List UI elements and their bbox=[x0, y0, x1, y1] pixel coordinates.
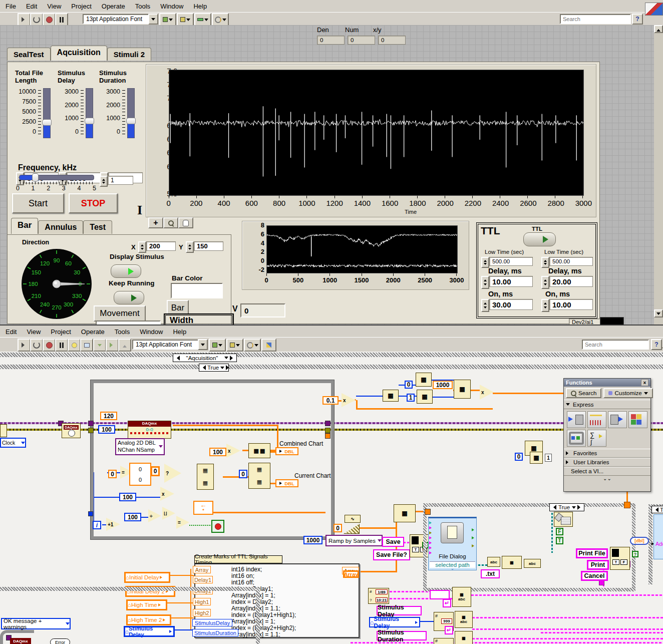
concatenate-strings-node[interactable]: ▦abc bbox=[455, 611, 473, 628]
index-array-node[interactable]: ▦▦ bbox=[248, 463, 270, 489]
case-selector-true-right[interactable]: Tru bbox=[651, 506, 663, 513]
constant-100[interactable]: 100 bbox=[98, 425, 115, 434]
constant-1000-samples[interactable]: 1000 bbox=[303, 536, 322, 544]
slider-track[interactable] bbox=[86, 88, 93, 138]
font-dropdown-arrow[interactable] bbox=[198, 339, 208, 350]
palette-expand-chevron[interactable]: ⌄⌄ bbox=[564, 476, 650, 481]
formula-input-stimulusdelay[interactable]: StimulusDelay bbox=[192, 619, 232, 626]
tab-acquisition[interactable]: Aqcuisition bbox=[51, 46, 107, 61]
indicator-value[interactable]: 0 bbox=[317, 36, 345, 45]
menu-item[interactable]: File bbox=[1, 1, 21, 12]
spinner[interactable] bbox=[186, 241, 194, 253]
array-size-node[interactable]: ▦ bbox=[383, 390, 399, 402]
string-node[interactable]: abc bbox=[524, 559, 541, 568]
menu-item[interactable]: Project bbox=[67, 1, 96, 12]
palette-titlebar[interactable]: Functions× bbox=[564, 379, 650, 387]
abort-button[interactable] bbox=[43, 13, 56, 26]
error-ring[interactable]: Error bbox=[50, 638, 70, 644]
search-box[interactable] bbox=[560, 14, 631, 24]
constant-1[interactable]: 1 bbox=[407, 394, 415, 402]
plot-area[interactable] bbox=[169, 70, 584, 196]
scroll-down-button[interactable] bbox=[654, 309, 663, 317]
combined-chart-terminal[interactable]: DBL bbox=[275, 447, 298, 455]
constant-0[interactable]: 0 bbox=[405, 381, 413, 389]
help-button[interactable]: ? bbox=[651, 339, 662, 350]
menu-item[interactable]: Operate bbox=[77, 327, 109, 337]
keep-running-toggle[interactable] bbox=[114, 291, 144, 304]
indicator-value[interactable]: 0 bbox=[348, 36, 375, 45]
constant-100[interactable]: 100 bbox=[119, 493, 136, 501]
index-array-node[interactable]: ▦ bbox=[416, 373, 432, 387]
align-objects-button[interactable] bbox=[209, 339, 226, 352]
menu-item[interactable]: Operate bbox=[97, 1, 130, 12]
print-local[interactable]: Print bbox=[587, 560, 609, 570]
format-datetime-node[interactable]: 1/89 # ? 10:21 bbox=[368, 588, 389, 604]
slider-track[interactable] bbox=[43, 88, 51, 138]
zoom-tool-button[interactable] bbox=[163, 217, 178, 228]
build-array-node[interactable]: ▦ bbox=[394, 504, 416, 522]
run-continuous-button[interactable] bbox=[30, 13, 43, 26]
low-time-value-2[interactable]: 500.00 bbox=[549, 257, 593, 266]
slider-thumb[interactable] bbox=[126, 118, 136, 124]
concatenate-strings-node[interactable]: ▦abc bbox=[452, 587, 471, 607]
palette-search-button[interactable]: Search bbox=[566, 388, 601, 398]
manipulation-palette-icon[interactable] bbox=[628, 411, 647, 428]
empty-string-constant[interactable] bbox=[430, 590, 450, 599]
express-vi-partial[interactable] bbox=[653, 514, 663, 559]
menu-item[interactable]: View bbox=[22, 327, 45, 337]
menu-item[interactable]: Help bbox=[168, 327, 191, 337]
font-dropdown-arrow[interactable] bbox=[148, 14, 158, 25]
pause-button[interactable] bbox=[55, 339, 68, 352]
daqmx-timing-node[interactable]: DAQmx bbox=[62, 423, 81, 438]
vi-icon[interactable] bbox=[645, 3, 663, 16]
menu-item[interactable]: Tools bbox=[110, 327, 134, 337]
distribute-objects-button[interactable] bbox=[226, 339, 243, 352]
frequency-value[interactable]: 1 bbox=[108, 176, 133, 185]
slider-thumb[interactable] bbox=[42, 119, 52, 126]
formula-input-stimulusduration[interactable]: StimulusDuration bbox=[192, 629, 238, 636]
frequency-thumb[interactable] bbox=[32, 173, 39, 182]
signal-analysis-palette-icon[interactable] bbox=[587, 411, 606, 428]
start-button[interactable]: Start bbox=[12, 193, 64, 213]
constant-0[interactable]: 0 bbox=[239, 470, 247, 478]
search-input[interactable] bbox=[561, 16, 635, 23]
tab-annulus[interactable]: Annulus bbox=[38, 220, 83, 234]
constant-100[interactable]: 100 bbox=[124, 513, 141, 521]
font-selector[interactable]: 13pt Application Font bbox=[83, 14, 151, 24]
clock-ring[interactable]: Clock bbox=[0, 438, 26, 448]
execution-control-palette-icon[interactable] bbox=[567, 430, 586, 447]
daqmx-node[interactable]: DAQmx bbox=[10, 638, 31, 644]
step-out-button[interactable] bbox=[118, 339, 131, 352]
tab-bar[interactable]: Bar bbox=[11, 218, 38, 234]
formula-node[interactable]: int16 index;int16 on;int16 off;index = D… bbox=[194, 563, 360, 638]
save-local[interactable]: Save bbox=[382, 537, 404, 547]
palette-section-favorites[interactable]: Favorites bbox=[564, 449, 650, 458]
menu-item[interactable]: Window bbox=[156, 1, 188, 12]
stop-button[interactable]: STOP bbox=[69, 193, 118, 213]
search-box[interactable] bbox=[582, 340, 649, 350]
constant-100[interactable]: 100 bbox=[209, 448, 226, 456]
ttl-toggle[interactable] bbox=[523, 232, 556, 246]
menu-item[interactable]: View bbox=[43, 1, 66, 12]
case-selector-acquisition[interactable]: "Aqcuisition" bbox=[173, 354, 237, 362]
search-input[interactable] bbox=[583, 341, 657, 348]
array-constant[interactable]: 00 bbox=[129, 463, 151, 486]
case-selector-true[interactable]: True bbox=[549, 503, 584, 511]
delay-value-1[interactable]: 10.00 bbox=[489, 276, 533, 287]
cancel-local[interactable]: Cancel bbox=[581, 571, 608, 581]
print-file-local[interactable]: Print File bbox=[576, 548, 608, 558]
movement-selector[interactable]: Movement bbox=[94, 305, 146, 321]
channel-waveform-icon[interactable] bbox=[600, 317, 624, 325]
index-array-node[interactable]: ▦ bbox=[417, 390, 433, 404]
palette-section-user-libraries[interactable]: User Libraries bbox=[564, 458, 650, 467]
indicator-value[interactable]: 0 bbox=[378, 36, 406, 45]
plot-area[interactable] bbox=[266, 225, 458, 273]
false-constant[interactable]: F bbox=[556, 528, 563, 535]
rotate-array-node[interactable]: ←* bbox=[193, 501, 213, 515]
run-button[interactable] bbox=[18, 339, 31, 352]
case-selector-true[interactable]: True bbox=[199, 364, 229, 372]
high-time-local[interactable]: ⌂High Time bbox=[126, 599, 167, 610]
daqmx-read-node[interactable]: DAQmx o‑o bbox=[128, 421, 171, 439]
bar-color-swatch[interactable] bbox=[171, 283, 223, 298]
abort-button[interactable] bbox=[43, 339, 56, 352]
